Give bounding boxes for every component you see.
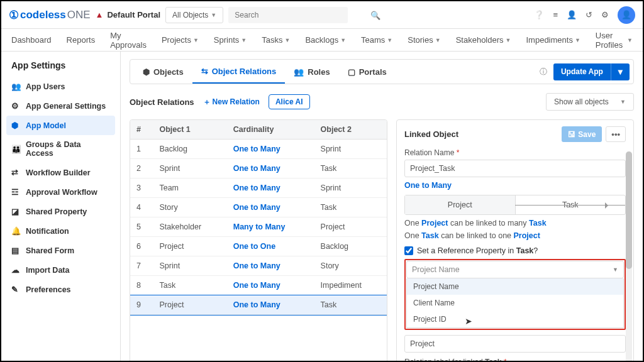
nav-teams[interactable]: Teams▼ — [361, 35, 392, 45]
nav-projects[interactable]: Projects▼ — [162, 35, 199, 45]
sidebar-item-model[interactable]: ⬢App Model — [6, 116, 115, 135]
nav-tasks[interactable]: Tasks▼ — [262, 35, 290, 45]
dd-option-project-name[interactable]: Project Name — [407, 278, 623, 295]
reference-property-checkbox[interactable] — [404, 246, 413, 255]
reference-property-label: Set a Reference Property in Task? — [417, 246, 538, 255]
show-all-selector[interactable]: Show all objects▼ — [546, 93, 634, 111]
table-row[interactable]: 9ProjectOne to ManyTask — [130, 295, 387, 315]
sidebar-item-approval[interactable]: ☲Approval Workflow — [6, 182, 115, 202]
table-row[interactable]: 8TaskOne to ManyImpediment — [130, 276, 387, 295]
section-title: Object Relations — [130, 97, 194, 107]
tab-relations[interactable]: ⇆Object Relations — [192, 60, 286, 84]
dd-option-client-name[interactable]: Client Name — [407, 295, 623, 311]
sidebar-item-notification[interactable]: 🔔Notification — [6, 221, 115, 241]
relation-name-label: Relation Name * — [404, 148, 626, 157]
table-row[interactable]: 4StoryOne to ManyTask — [130, 198, 387, 217]
sentence-2: One Task can be linked to one Project — [404, 231, 626, 240]
update-app-button[interactable]: Update App — [553, 63, 611, 80]
sidebar-item-preferences[interactable]: ✎Preferences — [6, 280, 115, 299]
nav-stakeholders[interactable]: Stakeholders▼ — [456, 35, 511, 45]
settings-icon[interactable]: ⚙ — [601, 10, 609, 19]
sidebar-item-general[interactable]: ⚙App General Settings — [6, 96, 115, 116]
search-input[interactable] — [228, 7, 348, 23]
relation-name-input[interactable] — [404, 160, 626, 177]
info-icon[interactable]: ⓘ — [540, 67, 547, 77]
table-row[interactable]: 1BacklogOne to ManySprint — [130, 140, 387, 159]
table-row[interactable]: 3TeamOne to ManySprint — [130, 178, 387, 198]
portal-selector[interactable]: ▲Default Portal — [96, 10, 160, 19]
nav-userprofiles[interactable]: User Profiles▼ — [596, 31, 633, 50]
nav-sprints[interactable]: Sprints▼ — [214, 35, 247, 45]
nav-stories[interactable]: Stories▼ — [408, 35, 440, 45]
alice-ai-button[interactable]: Alice AI — [269, 94, 310, 109]
help-icon[interactable]: ❔ — [534, 10, 544, 19]
nav-approvals[interactable]: My Approvals — [110, 31, 147, 50]
save-button[interactable]: 🖫 Save — [562, 126, 602, 142]
relation-label-project-input[interactable] — [404, 335, 626, 353]
sidebar-item-import[interactable]: ☁Import Data — [6, 260, 115, 280]
sidebar-item-shared-form[interactable]: ▤Shared Form — [6, 241, 115, 260]
table-row[interactable]: 2SprintOne to ManyTask — [130, 159, 387, 178]
update-app-dropdown[interactable]: ▼ — [611, 63, 630, 80]
nav-impediments[interactable]: Impediments▼ — [526, 35, 580, 45]
search-icon: 🔍 — [370, 10, 380, 19]
new-relation-button[interactable]: ＋ New Relation — [203, 97, 260, 107]
table-row[interactable]: 6ProjectOne to OneBacklog — [130, 237, 387, 256]
cardinality-link[interactable]: One to Many — [404, 181, 452, 190]
nav-backlogs[interactable]: Backlogs▼ — [305, 35, 346, 45]
table-row[interactable]: 5StakeholderMany to ManyProject — [130, 217, 387, 237]
sentence-1: One Project can be linked to many Task — [404, 219, 626, 228]
relations-table: # Object 1 Cardinality Object 2 1Backlog… — [130, 119, 387, 361]
more-menu[interactable]: ••• — [606, 126, 626, 142]
sidebar-item-workflow[interactable]: ⇄Workflow Builder — [6, 163, 115, 182]
nav-dashboard[interactable]: Dashboard — [11, 35, 52, 45]
panel-scrollbar[interactable] — [626, 151, 632, 361]
panel-title: Linked Object — [404, 129, 458, 139]
relation-diagram: Project Task — [404, 195, 626, 215]
sidebar-item-groups[interactable]: 👪Groups & Data Access — [6, 135, 115, 163]
reference-property-dropdown-highlight: Project Name▼ Project Name Client Name P… — [404, 259, 626, 330]
user-add-icon[interactable]: 👤 — [567, 10, 577, 19]
table-row[interactable]: 7SprintOne to ManyStory — [130, 256, 387, 276]
dd-option-project-id[interactable]: Project ID — [407, 311, 623, 327]
sidebar-item-users[interactable]: 👥App Users — [6, 77, 115, 96]
sidebar-title: App Settings — [6, 60, 115, 77]
tab-portals[interactable]: ▢Portals — [339, 60, 396, 84]
object-scope-selector[interactable]: All Objects▼ — [165, 7, 223, 23]
avatar[interactable]: 👤 — [618, 6, 635, 24]
brand-logo: ①codelessONE — [9, 8, 91, 22]
nav-reports[interactable]: Reports — [67, 35, 96, 45]
reference-property-select[interactable]: Project Name▼ — [406, 261, 624, 278]
main-nav: Dashboard Reports My Approvals Projects▼… — [1, 29, 643, 52]
sidebar-item-shared-prop[interactable]: ◪Shared Property — [6, 202, 115, 221]
history-icon[interactable]: ↺ — [586, 10, 592, 19]
tab-objects[interactable]: ⬢Objects — [134, 60, 192, 84]
reference-property-options: Project Name Client Name Project ID — [406, 278, 624, 328]
database-icon[interactable]: ≡ — [553, 10, 558, 19]
relation-label-task-label: Relation label for linked Task * — [404, 358, 626, 361]
linked-object-panel: Linked Object 🖫 Save ••• Relation Name *… — [396, 119, 634, 361]
tab-roles[interactable]: 👥Roles — [285, 60, 338, 84]
